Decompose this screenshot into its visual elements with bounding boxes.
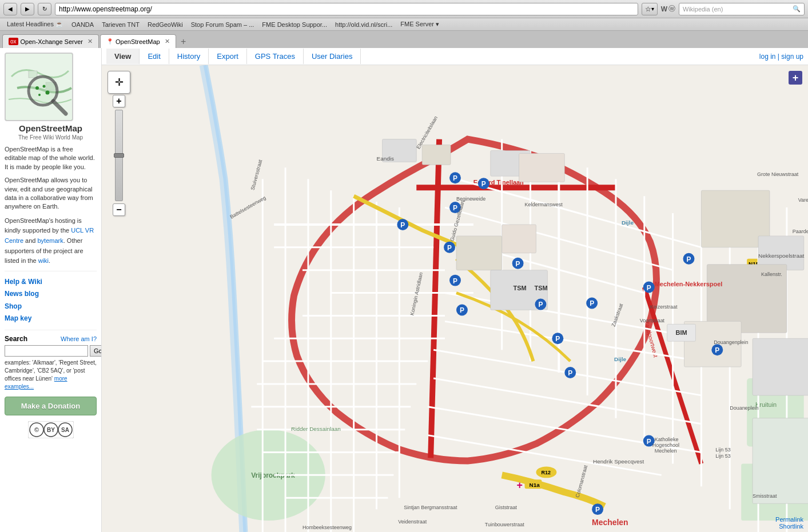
map-svg: Vrijbroekpark Kruituin Edgard Tinellaan … <box>102 65 808 532</box>
svg-rect-82 <box>502 225 536 253</box>
tab-open-xchange[interactable]: ox Open-Xchange Server ✕ <box>2 34 99 48</box>
back-button[interactable]: ◀ <box>3 3 17 15</box>
zoom-slider-thumb[interactable] <box>114 153 124 158</box>
svg-text:Lijn 53: Lijn 53 <box>715 447 730 453</box>
sidebar: OpenStreetMap The Free Wiki World Map Op… <box>0 48 102 532</box>
more-examples-link[interactable]: more examples... <box>5 375 67 390</box>
tab-close-ox[interactable]: ✕ <box>87 38 93 45</box>
svg-text:Katholieke: Katholieke <box>655 437 679 442</box>
cc-license: © BY SA <box>5 421 97 440</box>
pan-control[interactable]: ✛ <box>108 71 130 94</box>
sidebar-nav: Help & Wiki News blog Shop Map key <box>5 276 97 325</box>
main-content: OpenStreetMap The Free Wiki World Map Op… <box>0 48 808 532</box>
cc-icon: © BY SA <box>5 421 97 440</box>
nav-tab-export[interactable]: Export <box>209 49 247 64</box>
nav-tab-history[interactable]: History <box>169 49 209 64</box>
svg-text:Hogeschool: Hogeschool <box>652 442 679 448</box>
login-links: log in | sign up <box>759 53 803 61</box>
bookmark-latest-headlines[interactable]: Latest Headlines ☕ <box>3 20 67 29</box>
svg-text:Smisstraat: Smisstraat <box>753 493 777 499</box>
nav-map-key[interactable]: Map key <box>5 313 97 325</box>
dropdown-icon: ▾ <box>651 6 654 12</box>
search-input-row: Go <box>5 345 97 357</box>
svg-point-6 <box>35 86 39 90</box>
site-title: OpenStreetMap <box>5 123 97 133</box>
nav-tab-view[interactable]: View <box>106 49 140 64</box>
svg-text:P: P <box>568 369 572 377</box>
zoom-in-button[interactable]: + <box>113 95 125 107</box>
bookmark-stopforumspam[interactable]: Stop Forum Spam – ... <box>188 21 258 29</box>
cc-license-svg: © BY SA <box>28 421 74 438</box>
svg-text:P: P <box>481 180 486 188</box>
site-subtitle: The Free Wiki World Map <box>5 134 97 141</box>
svg-text:Tuinbouwerstraat: Tuinbouwerstraat <box>485 522 524 527</box>
nav-tab-user-diaries[interactable]: User Diaries <box>304 49 361 64</box>
sidebar-desc1: OpenStreetMap is a free editable map of … <box>5 145 97 171</box>
browser-search-bar[interactable]: Wikipedia (en) 🔍 <box>679 3 805 15</box>
svg-text:P: P <box>687 255 691 263</box>
svg-text:R12: R12 <box>541 470 550 475</box>
svg-point-9 <box>38 94 41 96</box>
search-input[interactable] <box>5 345 88 357</box>
address-bar[interactable]: http://www.openstreetmap.org/ <box>55 3 638 15</box>
signup-link[interactable]: sign up <box>781 53 803 61</box>
refresh-button[interactable]: ↻ <box>38 3 51 15</box>
zoom-out-button[interactable]: − <box>113 203 125 216</box>
bookmark-oldvid[interactable]: http://old.vid.nl/scri... <box>332 21 396 29</box>
svg-text:Ridder Dessainlaan: Ridder Dessainlaan <box>291 426 341 432</box>
address-text: http://www.openstreetmap.org/ <box>59 5 152 13</box>
logo-map <box>6 54 72 120</box>
nav-tab-gps-traces[interactable]: GPS Traces <box>247 49 304 64</box>
permalink-link[interactable]: Permalink <box>775 516 803 523</box>
bytemark-link[interactable]: bytemark <box>38 237 63 244</box>
forward-button[interactable]: ▶ <box>21 3 34 15</box>
svg-text:+: + <box>517 479 523 491</box>
svg-text:P: P <box>453 174 457 182</box>
bookmark-oanda[interactable]: OANDA <box>68 21 97 29</box>
svg-text:Douaneplein: Douaneplein <box>730 405 758 411</box>
svg-text:P: P <box>460 306 464 314</box>
svg-text:SA: SA <box>61 427 69 433</box>
svg-text:Paardenstraat: Paardenstraat <box>793 229 808 234</box>
svg-text:Giststraat: Giststraat <box>495 505 518 510</box>
map-view[interactable]: Vrijbroekpark Kruituin Edgard Tinellaan … <box>102 65 808 532</box>
svg-text:Keizerstraat: Keizerstraat <box>650 304 678 310</box>
where-am-i-link[interactable]: Where am I? <box>61 335 97 342</box>
svg-rect-1 <box>29 71 37 78</box>
svg-text:Kallenstr.: Kallenstr. <box>761 271 782 277</box>
bookmark-redgeowiki[interactable]: RedGeoWiki <box>144 21 186 29</box>
shortlink-link[interactable]: Shortlink <box>775 523 803 530</box>
svg-text:Eandis: Eandis <box>377 155 394 162</box>
tab-close-osm[interactable]: ✕ <box>165 38 170 45</box>
new-tab-button[interactable]: + <box>177 35 190 48</box>
svg-text:P: P <box>538 301 543 309</box>
browser-chrome: ◀ ▶ ↻ http://www.openstreetmap.org/ ☆ ▾ … <box>0 0 808 48</box>
map-zoom-plus-button[interactable]: + <box>789 71 802 85</box>
search-go-button[interactable]: Go <box>90 345 102 357</box>
bookmark-tarieven[interactable]: Tarieven TNT <box>98 21 143 29</box>
svg-text:P: P <box>555 335 560 343</box>
svg-text:Mechelen: Mechelen <box>655 448 677 454</box>
svg-rect-79 <box>519 153 565 182</box>
zoom-slider[interactable] <box>115 110 123 201</box>
login-link[interactable]: log in <box>759 53 776 61</box>
nav-tab-edit[interactable]: Edit <box>140 49 169 64</box>
tab-openstreetmap[interactable]: 📍 OpenStreetMap ✕ <box>100 34 176 48</box>
tab-label-ox: Open-Xchange Server <box>21 38 83 45</box>
nav-help-wiki[interactable]: Help & Wiki <box>5 276 97 289</box>
nav-shop[interactable]: Shop <box>5 301 97 313</box>
svg-text:Mechelen-Nekkerspoel: Mechelen-Nekkerspoel <box>655 281 723 287</box>
bookmark-fme-server[interactable]: FME Server ▾ <box>397 20 443 29</box>
bookmark-fme-desktop[interactable]: FME Desktop Suppor... <box>258 21 331 29</box>
logo-svg <box>6 54 73 121</box>
donate-button[interactable]: Make a Donation <box>5 397 97 415</box>
svg-text:Hombeeksesteenweg: Hombeeksesteenweg <box>302 525 352 530</box>
svg-text:Varenbosstraat: Varenbosstraat <box>798 197 808 203</box>
svg-text:P: P <box>453 277 457 285</box>
logo-image <box>5 53 73 121</box>
wiki-link[interactable]: wiki <box>38 257 49 264</box>
bookmark-star[interactable]: ☆ ▾ <box>642 3 658 15</box>
svg-point-7 <box>43 85 46 88</box>
nav-news-blog[interactable]: News blog <box>5 288 97 301</box>
search-label: Search <box>5 335 27 343</box>
